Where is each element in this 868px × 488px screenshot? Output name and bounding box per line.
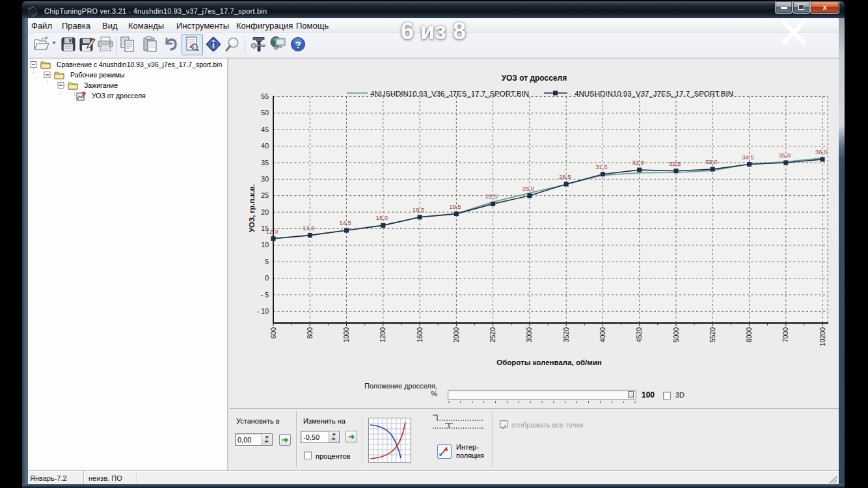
svg-text:7000: 7000 bbox=[781, 327, 789, 343]
svg-text:14,5: 14,5 bbox=[339, 219, 351, 226]
svg-text:45: 45 bbox=[261, 126, 269, 133]
svg-text:10: 10 bbox=[261, 241, 269, 249]
svg-text:10200: 10200 bbox=[819, 327, 826, 346]
svg-text:0: 0 bbox=[265, 274, 269, 282]
svg-text:3520: 3520 bbox=[562, 327, 570, 343]
svg-text:6000: 6000 bbox=[745, 327, 753, 343]
svg-text:3000: 3000 bbox=[525, 327, 533, 343]
svg-text:- 10: - 10 bbox=[257, 307, 269, 315]
svg-text:Обороты коленвала, об/мин: Обороты коленвала, об/мин bbox=[496, 359, 602, 366]
svg-text:5000: 5000 bbox=[672, 327, 680, 343]
svg-text:55: 55 bbox=[261, 92, 269, 100]
svg-text:16,0: 16,0 bbox=[376, 214, 388, 221]
svg-text:1000: 1000 bbox=[342, 327, 350, 343]
svg-text:2000: 2000 bbox=[452, 327, 460, 343]
svg-text:4NUSHDIN10.93_V36_J7ES_17.7_SP: 4NUSHDIN10.93_V36_J7ES_17.7_SPORT.BIN bbox=[370, 90, 529, 98]
svg-text:800: 800 bbox=[306, 327, 314, 339]
svg-text:12,0: 12,0 bbox=[266, 228, 278, 235]
svg-text:4NUSHDIN10.93_V37_J7ES_17.7_SP: 4NUSHDIN10.93_V37_J7ES_17.7_SPORT.BIN bbox=[575, 90, 733, 98]
svg-text:4000: 4000 bbox=[599, 327, 606, 343]
svg-text:5520: 5520 bbox=[709, 327, 716, 343]
svg-text:18,5: 18,5 bbox=[413, 206, 425, 213]
svg-text:30: 30 bbox=[261, 175, 269, 183]
svg-text:?: ? bbox=[295, 39, 301, 50]
svg-text:33,0: 33,0 bbox=[705, 158, 718, 165]
svg-text:1600: 1600 bbox=[416, 327, 424, 343]
svg-text:25: 25 bbox=[261, 191, 269, 199]
svg-text:УОЗ от дросселя: УОЗ от дросселя bbox=[502, 74, 567, 83]
svg-text:25,0: 25,0 bbox=[522, 185, 535, 192]
svg-text:36,0: 36,0 bbox=[815, 148, 828, 156]
svg-text:20: 20 bbox=[261, 208, 269, 216]
svg-text:600: 600 bbox=[269, 327, 277, 339]
svg-text:50: 50 bbox=[261, 109, 269, 116]
svg-text:?: ? bbox=[81, 90, 86, 100]
svg-text:31,5: 31,5 bbox=[595, 163, 608, 170]
svg-text:35: 35 bbox=[261, 159, 269, 167]
svg-text:19,5: 19,5 bbox=[449, 203, 461, 210]
svg-text:35,0: 35,0 bbox=[779, 152, 791, 159]
svg-text:2520: 2520 bbox=[489, 327, 496, 343]
svg-text:40: 40 bbox=[261, 142, 269, 150]
svg-text:34,5: 34,5 bbox=[742, 154, 754, 161]
svg-text:22,5: 22,5 bbox=[485, 193, 498, 200]
svg-text:- 5: - 5 bbox=[261, 291, 269, 299]
svg-text:13,0: 13,0 bbox=[303, 224, 315, 232]
svg-text:32,8: 32,8 bbox=[632, 159, 644, 166]
svg-text:4520: 4520 bbox=[635, 327, 643, 343]
svg-text:1200: 1200 bbox=[379, 327, 387, 343]
svg-text:28,5: 28,5 bbox=[559, 173, 571, 180]
svg-text:УОЗ, гр.п.к.в.: УОЗ, гр.п.к.в. bbox=[248, 184, 256, 232]
svg-text:5: 5 bbox=[265, 258, 269, 265]
svg-text:32,5: 32,5 bbox=[669, 160, 681, 167]
